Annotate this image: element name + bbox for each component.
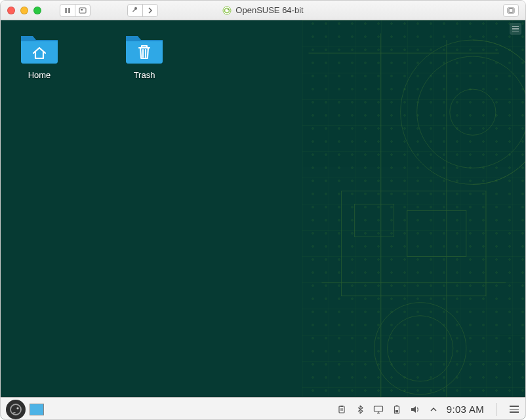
svg-point-25	[16, 407, 18, 409]
tray-volume[interactable]	[410, 404, 420, 415]
svg-rect-26	[339, 406, 344, 413]
settings-button[interactable]	[127, 4, 143, 17]
desktop-icons: Home Trash	[10, 29, 174, 80]
svg-point-23	[9, 403, 22, 416]
volume-icon	[410, 405, 420, 414]
snapshot-icon	[79, 7, 87, 14]
svg-rect-1	[68, 8, 70, 13]
svg-point-11	[450, 89, 496, 135]
zoom-button[interactable]	[33, 7, 41, 14]
panel-handle[interactable]	[510, 23, 521, 35]
bluetooth-icon	[355, 405, 365, 414]
tray-clock[interactable]: 9:03 AM	[447, 404, 484, 415]
svg-rect-3	[81, 9, 83, 10]
battery-icon	[393, 404, 401, 415]
svg-rect-27	[340, 406, 343, 407]
window-controls	[7, 7, 41, 14]
chevron-up-icon	[430, 407, 437, 412]
display-icon	[373, 405, 384, 414]
trash-folder-icon	[123, 29, 165, 66]
desktop-icon-home[interactable]: Home	[10, 29, 69, 80]
vm-nav-group	[123, 4, 158, 17]
svg-rect-0	[66, 8, 67, 13]
wallpaper-pattern	[302, 20, 525, 420]
window-title: OpenSUSE 64-bit	[235, 5, 303, 15]
close-button[interactable]	[7, 7, 15, 14]
svg-point-4	[223, 7, 231, 14]
svg-rect-35	[395, 410, 398, 413]
start-menu-button[interactable]	[6, 400, 26, 419]
desktop-icon-label: Trash	[134, 70, 155, 80]
svg-rect-16	[407, 210, 466, 256]
host-titlebar: OpenSUSE 64-bit	[1, 1, 525, 20]
wrench-icon	[131, 7, 139, 14]
next-button[interactable]	[142, 4, 158, 17]
pause-button[interactable]	[60, 4, 75, 17]
taskbar: 9:03 AM	[1, 397, 525, 420]
svg-point-5	[225, 8, 230, 12]
svg-rect-30	[374, 406, 382, 411]
vm-control-group	[56, 4, 91, 17]
svg-rect-8	[509, 9, 513, 12]
opensuse-logo-icon	[9, 402, 23, 417]
fullscreen-button[interactable]	[503, 4, 519, 17]
svg-point-9	[401, 40, 525, 184]
desktop-icon-trash[interactable]: Trash	[115, 29, 174, 80]
fullscreen-icon	[507, 7, 515, 14]
chevron-right-icon	[148, 7, 153, 14]
svg-rect-15	[355, 204, 394, 237]
svg-rect-34	[395, 405, 397, 406]
tray-display[interactable]	[373, 404, 384, 415]
home-folder-icon	[18, 29, 60, 66]
desktop-icon-label: Home	[28, 70, 51, 80]
tray-expand[interactable]	[428, 404, 439, 415]
workspace-pager[interactable]	[30, 404, 44, 415]
svg-point-13	[388, 316, 453, 381]
svg-rect-14	[342, 191, 486, 296]
snapshot-button[interactable]	[75, 4, 91, 17]
minimize-button[interactable]	[20, 7, 28, 14]
tray-bluetooth[interactable]	[355, 404, 365, 415]
tray-clipboard[interactable]	[336, 404, 347, 415]
tray-battery[interactable]	[392, 404, 402, 415]
tray-separator	[496, 403, 496, 416]
svg-point-10	[417, 56, 525, 168]
svg-point-12	[374, 303, 466, 394]
vm-desktop[interactable]: Home Trash	[1, 20, 525, 420]
clipboard-icon	[337, 405, 346, 414]
svg-point-6	[228, 9, 229, 10]
tray-menu[interactable]	[508, 406, 520, 413]
opensuse-icon	[222, 6, 232, 15]
pause-icon	[64, 7, 71, 14]
system-tray: 9:03 AM	[336, 403, 520, 416]
